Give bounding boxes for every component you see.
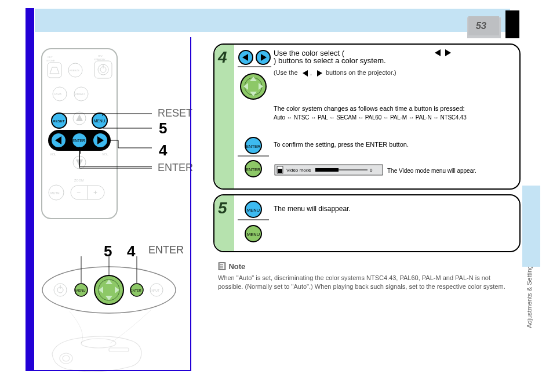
svg-text:VIDEO: VIDEO xyxy=(75,92,85,96)
step-4-box: 4 ENTER ENTER xyxy=(213,43,521,190)
note-block: Note When "Auto" is set, discriminating … xyxy=(218,261,514,292)
svg-text:ENTER: ENTER xyxy=(72,139,85,143)
vertical-separator xyxy=(190,37,191,370)
svg-text:ON/: ON/ xyxy=(98,55,103,57)
step4-osd-vm: Video mode xyxy=(286,168,311,173)
svg-text:FREEZE: FREEZE xyxy=(70,69,79,72)
panel-enter-button: ENTER xyxy=(130,284,143,296)
svg-text:STONE: STONE xyxy=(46,59,55,62)
svg-text:INPUT: INPUT xyxy=(151,289,159,292)
svg-point-74 xyxy=(81,339,116,348)
remote-menu-button: MENU xyxy=(92,113,107,128)
svg-text:ENTER: ENTER xyxy=(130,289,141,292)
step4-device-line2: , xyxy=(310,69,312,76)
svg-text:RGB: RGB xyxy=(54,92,61,96)
svg-text:MENU: MENU xyxy=(94,119,105,123)
svg-text:ENTER: ENTER xyxy=(246,144,261,149)
svg-marker-89 xyxy=(303,70,308,77)
svg-marker-90 xyxy=(317,70,322,77)
remote-left-button xyxy=(51,133,66,148)
svg-text:VOL: VOL xyxy=(102,153,108,156)
svg-rect-75 xyxy=(109,348,129,351)
svg-rect-98 xyxy=(278,169,282,173)
svg-text:ZOOM: ZOOM xyxy=(74,179,84,182)
step4-headline-part2b: ) buttons to select a color system. xyxy=(274,56,386,65)
page-number: 53 xyxy=(476,21,486,31)
svg-text:RESET: RESET xyxy=(53,119,65,123)
step5-body: The menu will disappear. xyxy=(274,205,351,213)
step4-slider-note: The Video mode menu will appear. xyxy=(387,168,476,174)
svg-text:0: 0 xyxy=(370,168,373,173)
svg-text:+: + xyxy=(93,188,97,197)
svg-text:MENU: MENU xyxy=(247,232,260,237)
svg-point-72 xyxy=(60,353,72,364)
step4-body2: Auto ↔ NTSC ↔ PAL ↔ SECAM ↔ PAL60 ↔ PAL-… xyxy=(274,114,467,121)
svg-text:KEY: KEY xyxy=(48,56,53,59)
panel-menu-button: MENU xyxy=(75,284,88,296)
svg-rect-100 xyxy=(315,168,339,172)
panel-illustration: MENU ENTER INPUT xyxy=(41,256,185,384)
remote-callout-4: 4 xyxy=(159,141,167,159)
bottom-horizontal-rule xyxy=(26,370,191,371)
remote-reset-button: RESET xyxy=(52,113,67,128)
svg-text:−: − xyxy=(77,188,81,197)
svg-text:MENU: MENU xyxy=(75,289,86,292)
remote-right-button xyxy=(93,133,108,148)
svg-marker-88 xyxy=(445,49,451,56)
svg-text:VOL: VOL xyxy=(50,153,56,156)
header-background xyxy=(35,9,510,32)
svg-marker-87 xyxy=(435,49,441,56)
svg-text:ENTER: ENTER xyxy=(246,167,261,172)
side-tab-label: Adjustments & Settings xyxy=(526,262,533,328)
step-5-box: 5 MENU MENU The menu will disappear. xyxy=(213,194,521,252)
step4-device-line1: (Use the xyxy=(274,69,298,76)
panel-select-dial xyxy=(94,275,123,304)
remote-callout-5: 5 xyxy=(159,119,167,137)
svg-text:MENU: MENU xyxy=(247,208,260,213)
svg-point-73 xyxy=(63,355,70,361)
note-heading: Note xyxy=(228,262,245,271)
step4-device-line3: buttons on the projector.) xyxy=(326,69,396,76)
note-icon xyxy=(218,262,226,270)
step4-body1: The color system changes as follows each… xyxy=(274,105,465,112)
remote-enter-button: ENTER xyxy=(72,133,87,148)
left-margin-bar xyxy=(26,8,34,371)
panel-callout-enter: ENTER xyxy=(148,244,184,256)
svg-text:STANDBY: STANDBY xyxy=(94,58,105,61)
page-edge-mark xyxy=(505,10,519,38)
side-tab-bg xyxy=(522,186,540,267)
svg-text:MUTE: MUTE xyxy=(50,191,60,195)
note-text: When "Auto" is set, discriminating the c… xyxy=(218,274,514,292)
remote-callout-reset: RESET xyxy=(158,107,192,119)
step4-enter-body: To confirm the setting, press the ENTER … xyxy=(274,141,409,148)
remote-callout-enter: ENTER xyxy=(158,162,193,174)
